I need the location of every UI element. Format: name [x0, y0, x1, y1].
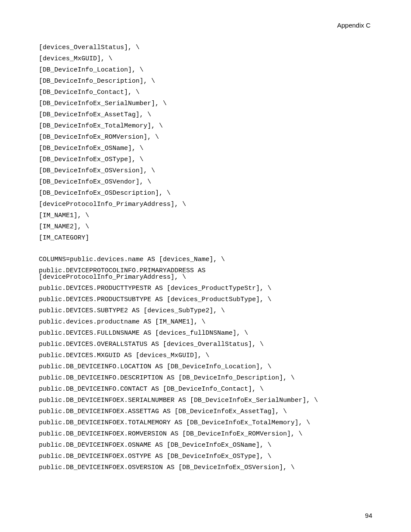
code-line: public.DB_DEVICEINFO.LOCATION AS [DB_Dev… — [39, 361, 372, 372]
code-line: public.DB_DEVICEINFOEX.OSTYPE AS [DB_Dev… — [39, 451, 372, 462]
code-line: [DB_DeviceInfoEx_SerialNumber], \ — [39, 98, 372, 109]
code-line: [DB_DeviceInfo_Contact], \ — [39, 87, 372, 98]
code-line: public.DEVICES.OVERALLSTATUS AS [devices… — [39, 339, 372, 350]
code-line: public.DEVICES.FULLDNSNAME AS [devices_f… — [39, 327, 372, 339]
code-line: [IM_NAME2], \ — [39, 221, 372, 232]
page-container: Appendix C [devices_OverallStatus], \[de… — [0, 0, 411, 532]
code-line: public.DB_DEVICEINFO.CONTACT AS [DB_Devi… — [39, 383, 372, 395]
page-number: 94 — [365, 512, 372, 519]
code-line: public.DB_DEVICEINFO.DESCRIPTION AS [DB_… — [39, 372, 372, 383]
code-line: [devices_OverallStatus], \ — [39, 42, 372, 53]
code-line: [deviceProtocolInfo_PrimaryAddress], \ — [39, 199, 372, 210]
code-line: [IM_CATEGORY] — [39, 232, 372, 243]
code-line: public.DB_DEVICEINFOEX.SERIALNUMBER AS [… — [39, 395, 372, 406]
code-line: [IM_NAME1], \ — [39, 210, 372, 221]
code-line: [DB_DeviceInfo_Location], \ — [39, 64, 372, 75]
code-line: public.DB_DEVICEINFOEX.ROMVERSION AS [DB… — [39, 428, 372, 439]
code-line: [DB_DeviceInfoEx_OSVersion], \ — [39, 165, 372, 176]
code-line: [DB_DeviceInfoEx_TotalMemory], \ — [39, 120, 372, 131]
code-line: [DB_DeviceInfoEx_ROMVersion], \ — [39, 131, 372, 143]
code-line: [DB_DeviceInfoEx_OSVendor], \ — [39, 176, 372, 187]
code-line: public.devices.productname AS [IM_NAME1]… — [39, 316, 372, 327]
appendix-header: Appendix C — [39, 22, 372, 29]
code-line: public.DB_DEVICEINFOEX.OSNAME AS [DB_Dev… — [39, 439, 372, 451]
code-line: [devices_MxGUID], \ — [39, 53, 372, 64]
code-line: public.DEVICES.SUBTYPE2 AS [devices_SubT… — [39, 305, 372, 316]
code-line: public.DEVICEPROTOCOLINFO.PRIMARYADDRESS… — [39, 265, 372, 283]
code-line: public.DB_DEVICEINFOEX.OSVERSION AS [DB_… — [39, 462, 372, 473]
code-line: [DB_DeviceInfo_Description], \ — [39, 75, 372, 87]
code-block: [devices_OverallStatus], \[devices_MxGUI… — [39, 42, 372, 473]
code-line: [DB_DeviceInfoEx_OSType], \ — [39, 154, 372, 165]
code-line: COLUMNS=public.devices.name AS [devices_… — [39, 254, 372, 265]
code-line: [DB_DeviceInfoEx_AssetTag], \ — [39, 109, 372, 120]
code-line: public.DB_DEVICEINFOEX.ASSETTAG AS [DB_D… — [39, 406, 372, 417]
code-line: public.DEVICES.PRODUCTTYPESTR AS [device… — [39, 283, 372, 294]
code-line: [DB_DeviceInfoEx_OSDescription], \ — [39, 187, 372, 199]
code-line: public.DB_DEVICEINFOEX.TOTALMEMORY AS [D… — [39, 417, 372, 428]
code-line: public.DEVICES.PRODUCTSUBTYPE AS [device… — [39, 294, 372, 305]
code-line: [DB_DeviceInfoEx_OSName], \ — [39, 143, 372, 154]
blank-line — [39, 243, 372, 254]
code-line: public.DEVICES.MXGUID AS [devices_MxGUID… — [39, 350, 372, 361]
